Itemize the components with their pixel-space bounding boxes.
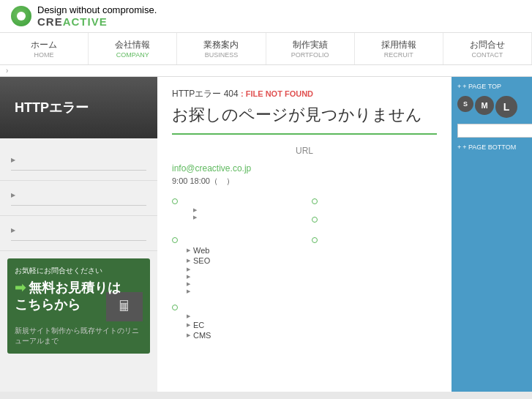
main-nav: ホーム HOME 会社情報 COMPANY 業務案内 BUSINESS 制作実績… [0, 32, 532, 64]
service-dot-left [172, 236, 297, 243]
bottom-dot [172, 303, 437, 310]
nav-home-jp: ホーム [4, 39, 84, 51]
nav-portfolio[interactable]: 制作実績 PORTFOLIO [266, 33, 355, 64]
logo-tagline: Design without compromise. [37, 4, 157, 15]
blank-item-2[interactable] [176, 274, 297, 280]
bottom-section: EC CMS [172, 303, 437, 340]
left-sidebar: HTTPエラー お気軽にお問合せください ➡ 無料お見積りは こちらから [0, 77, 157, 392]
bullet-dot-2 [312, 198, 318, 204]
font-size-small-button[interactable]: S [457, 96, 473, 112]
dot-item-2 [312, 197, 437, 204]
error-banner-text: HTTPエラー [15, 99, 143, 116]
sidebar-link-3[interactable] [11, 222, 146, 236]
nav-recruit-jp: 採用情報 [359, 39, 439, 51]
page-bottom-button[interactable]: + PAGE BOTTOM [457, 143, 526, 151]
right-panel: + PAGE TOP S M L 🔍 + PAGE BOTTOM [452, 77, 532, 392]
nav-business-jp: 業務案内 [181, 39, 261, 51]
nav-contact-jp: お問合せ [447, 39, 528, 51]
cms-item[interactable]: CMS [176, 331, 437, 340]
url-label: URL [172, 146, 437, 156]
page-top-button[interactable]: + PAGE TOP [457, 83, 526, 90]
nav-company-jp: 会社情報 [92, 39, 173, 51]
dot-item-1 [172, 197, 297, 204]
blank-item-1[interactable] [176, 266, 297, 272]
seo-item[interactable]: SEO [176, 256, 297, 265]
nav-contact-en: CONTACT [447, 51, 528, 59]
font-size-medium-button[interactable]: M [475, 96, 494, 115]
nav-company-en: COMPANY [92, 51, 173, 59]
error-banner: HTTPエラー [0, 77, 157, 138]
nav-portfolio-en: PORTFOLIO [270, 51, 351, 59]
error-heading: お探しのページが見つかりません [172, 104, 437, 126]
sidebar-link-1[interactable] [11, 152, 146, 166]
sub-item-2[interactable] [182, 215, 297, 220]
error-title: HTTPエラー 404 : FILE NOT FOUND [172, 88, 437, 100]
content-left-col [172, 194, 297, 225]
blank-item-b1[interactable] [176, 313, 437, 319]
sidebar-link-2[interactable] [11, 187, 146, 201]
file-not-found-text: : FILE NOT FOUND [241, 89, 313, 98]
web-item[interactable]: Web [176, 246, 297, 255]
sidebar-section-3 [0, 216, 157, 251]
search-input[interactable] [457, 124, 532, 138]
banner-ad-title: お気軽にお問合せください [15, 266, 143, 276]
font-size-large-button[interactable]: L [495, 96, 517, 118]
blank-item-4[interactable] [176, 288, 297, 294]
nav-contact[interactable]: お問合せ CONTACT [443, 33, 532, 64]
font-size-controls: S M L [457, 96, 526, 118]
logo-accent: ACTIVE [63, 15, 108, 28]
nav-business[interactable]: 業務案内 BUSINESS [177, 33, 266, 64]
nav-home-en: HOME [4, 51, 84, 59]
sidebar-section-2 [0, 181, 157, 216]
banner-ad[interactable]: お気軽にお問合せください ➡ 無料お見積りは こちらから 🖩 新規サイト制作から… [7, 258, 150, 354]
scroll-indicator: › [0, 65, 532, 77]
calculator-icon: 🖩 [117, 298, 132, 315]
service-bullet [172, 237, 178, 243]
service-dot-right [312, 236, 437, 243]
nav-portfolio-jp: 制作実績 [270, 39, 351, 51]
ec-item[interactable]: EC [176, 321, 437, 329]
main-content: HTTPエラー 404 : FILE NOT FOUND お探しのページが見つか… [157, 77, 452, 392]
bottom-bullet [172, 305, 178, 310]
sidebar-section-1 [0, 146, 157, 181]
service-bullet-right [312, 237, 318, 243]
banner-main-text: 無料お見積りは [29, 280, 121, 297]
nav-company[interactable]: 会社情報 COMPANY [89, 33, 177, 64]
search-box: 🔍 [457, 124, 526, 138]
nav-recruit-en: RECRUIT [359, 51, 439, 59]
contact-hours: 9:00 18:00（ ） [172, 176, 234, 185]
content-two-col [172, 194, 437, 225]
error-title-text: HTTPエラー 404 [172, 89, 239, 99]
sub-item-1[interactable] [182, 207, 297, 213]
service-section: Web SEO [172, 233, 437, 296]
bullet-dot-1 [172, 198, 178, 204]
bullet-dot-3 [312, 217, 318, 223]
logo-icon [11, 6, 31, 26]
nav-recruit[interactable]: 採用情報 RECRUIT [355, 33, 443, 64]
nav-home[interactable]: ホーム HOME [0, 33, 89, 64]
logo-name[interactable]: CREACTIVE [37, 15, 157, 28]
banner-ad-sub: 新規サイト制作から既存サイトのリニューアルまで [15, 326, 143, 346]
content-right-col [312, 194, 437, 225]
contact-email[interactable]: info@creactive.co.jp [172, 163, 437, 174]
nav-business-en: BUSINESS [181, 51, 261, 59]
blank-item-3[interactable] [176, 281, 297, 287]
green-divider [172, 133, 437, 135]
dot-item-3 [312, 215, 437, 223]
banner-arrow-icon: ➡ [15, 280, 26, 297]
